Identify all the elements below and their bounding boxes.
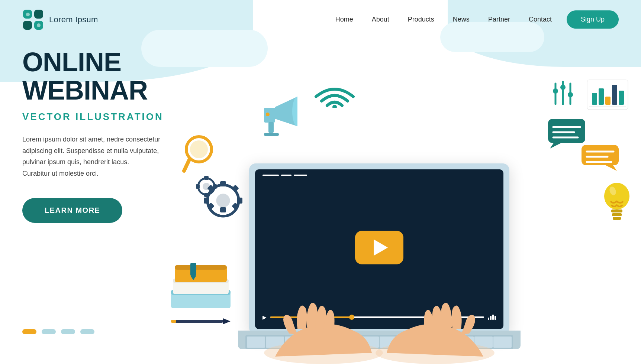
svg-rect-39 <box>268 122 274 133</box>
svg-rect-52 <box>605 97 611 105</box>
books-icon <box>167 260 234 312</box>
megaphone-icon <box>245 89 297 141</box>
svg-rect-33 <box>175 320 223 323</box>
svg-rect-36 <box>264 108 275 123</box>
laptop: ▶ <box>238 134 521 364</box>
hero-content: ONLINE WEBINAR VECTOR ILLUSTRATION Lorem… <box>22 48 238 223</box>
dot-2[interactable] <box>42 329 56 334</box>
svg-rect-69 <box>613 217 621 220</box>
chart-icon <box>585 78 630 111</box>
play-button-container[interactable] <box>355 231 403 264</box>
svg-point-4 <box>26 13 30 16</box>
svg-point-41 <box>266 113 270 116</box>
menu-line-2 <box>281 175 291 176</box>
menu-line-1 <box>262 175 279 176</box>
svg-point-42 <box>332 105 337 108</box>
nav-contact[interactable]: Contact <box>521 13 559 26</box>
pagination-dots <box>22 329 94 334</box>
dot-1[interactable] <box>22 329 36 334</box>
svg-rect-2 <box>23 21 32 30</box>
svg-marker-62 <box>606 165 617 171</box>
sliders-icon <box>552 78 574 108</box>
svg-rect-35 <box>171 320 176 323</box>
wifi-icon <box>312 78 357 108</box>
learn-more-button[interactable]: LEARN MORE <box>22 198 122 223</box>
chat-teal-icon <box>548 119 585 149</box>
nav-news[interactable]: News <box>445 13 477 26</box>
svg-rect-30 <box>175 265 227 270</box>
nav-home[interactable]: Home <box>328 13 361 26</box>
menu-line-3 <box>294 175 307 176</box>
dot-4[interactable] <box>80 329 94 334</box>
svg-rect-51 <box>599 88 604 105</box>
svg-rect-50 <box>592 93 597 105</box>
logo-text: Lorem Ipsum <box>49 15 98 25</box>
svg-rect-1 <box>34 10 43 19</box>
navigation: Home About Products News Partner Contact… <box>328 10 619 29</box>
hands-illustration <box>257 290 502 364</box>
svg-point-48 <box>568 92 573 97</box>
nav-about[interactable]: About <box>364 13 397 26</box>
svg-rect-54 <box>619 91 624 105</box>
svg-point-47 <box>560 85 566 90</box>
nav-products[interactable]: Products <box>400 13 442 26</box>
header: Lorem Ipsum Home About Products News Par… <box>0 0 641 39</box>
play-button[interactable] <box>355 231 403 264</box>
svg-point-46 <box>553 88 558 94</box>
screen-menu-bar <box>262 175 307 176</box>
hero-subtitle: VECTOR ILLUSTRATION <box>22 111 238 123</box>
dot-3[interactable] <box>61 329 75 334</box>
hero-title: ONLINE WEBINAR <box>22 48 238 104</box>
svg-marker-57 <box>550 143 561 149</box>
pen-icon <box>171 318 231 325</box>
svg-point-5 <box>37 23 41 27</box>
svg-rect-67 <box>611 209 622 212</box>
chat-orange-icon <box>582 145 619 171</box>
hero-description: Lorem ipsum dolor sit amet, nedre consec… <box>22 134 238 179</box>
lightbulb-icon <box>600 178 634 223</box>
svg-marker-34 <box>223 318 231 324</box>
svg-rect-68 <box>612 213 622 216</box>
svg-rect-31 <box>190 263 196 276</box>
logo-area: Lorem Ipsum <box>22 9 98 30</box>
svg-rect-53 <box>612 85 617 105</box>
signup-button[interactable]: Sign Up <box>567 10 619 29</box>
nav-partner[interactable]: Partner <box>481 13 518 26</box>
logo-icon <box>22 9 44 30</box>
svg-rect-56 <box>548 119 585 143</box>
play-triangle <box>374 240 388 256</box>
